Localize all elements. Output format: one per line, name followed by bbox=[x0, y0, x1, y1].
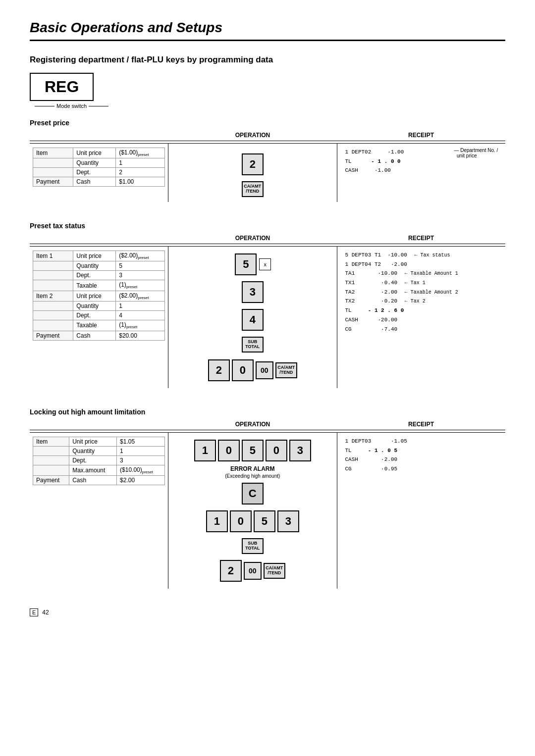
row-label: Item 2 bbox=[33, 291, 73, 301]
table-row: Item 2 Unit price ($2.00)preset bbox=[33, 291, 165, 301]
row-label bbox=[33, 280, 73, 291]
high-amount-header: OPERATION RECEIPT bbox=[30, 421, 505, 430]
row-label: Payment bbox=[33, 331, 73, 340]
row-col2: ($2.00)preset bbox=[116, 251, 165, 261]
key-ca-amt-2: CA/AMT/TEND bbox=[275, 362, 297, 378]
receipt-line: CASH ·20.00 bbox=[345, 315, 498, 325]
receipt-line: CASH ·2.00 bbox=[345, 455, 498, 464]
row-col1: Unit price bbox=[73, 148, 116, 158]
operation-label-2: OPERATION bbox=[168, 235, 337, 242]
preset-tax-operation: 5 x 3 4 SUBTOTAL 2 0 00 CA/AMT/TEND bbox=[168, 247, 337, 388]
row-col2: 5 bbox=[116, 261, 165, 271]
receipt-line: TL - 1 . 0 0 bbox=[345, 157, 404, 166]
row-label: Item bbox=[33, 437, 69, 447]
preset-tax-section: Preset tax status OPERATION RECEIPT Item… bbox=[30, 222, 505, 388]
preset-tax-items: Item 1 Unit price ($2.00)preset Quantity… bbox=[30, 247, 168, 388]
receipt-text-high-amount: 1 DEPT03 ·1.05 TL - 1 . 0 5 CASH ·2.00 C… bbox=[345, 437, 498, 474]
row-col1: Unit price bbox=[69, 437, 117, 447]
high-amount-content: Item Unit price $1.05 Quantity 1 Dept. 3 bbox=[30, 432, 505, 589]
key-3: 3 bbox=[242, 281, 264, 303]
receipt-label: RECEIPT bbox=[337, 132, 505, 139]
row-col1: Taxable bbox=[73, 320, 116, 331]
high-amount-receipt: 1 DEPT03 ·1.05 TL - 1 . 0 5 CASH ·2.00 C… bbox=[337, 433, 506, 589]
keys-row-ha-sub: SUBTOTAL bbox=[241, 537, 265, 555]
table-row: Dept. 4 bbox=[33, 311, 165, 320]
receipt-line: TA1 ·10.00 ← Taxable Amount 1 bbox=[345, 269, 498, 278]
preset-price-content: Item Unit price ($1.00)preset Quantity 1… bbox=[30, 143, 505, 202]
key-0: 0 bbox=[232, 359, 254, 381]
receipt-text-preset-price: 1 DEPT02 ·1.00 TL - 1 . 0 0 CASH ·1.00 bbox=[345, 148, 404, 175]
error-sub: (Exceeding high amount) bbox=[225, 473, 280, 479]
row-label bbox=[33, 261, 73, 271]
receipt-annotation-dept: — Department No. / unit price bbox=[454, 148, 498, 158]
section-title: Registering department / flat-PLU keys b… bbox=[30, 55, 505, 65]
page-number: 42 bbox=[42, 609, 49, 616]
row-col2: (1)preset bbox=[116, 280, 165, 291]
key-00: 00 bbox=[256, 361, 273, 379]
receipt-line: 1 DEPT03 ·1.05 bbox=[345, 437, 498, 446]
key-ha-00: 00 bbox=[244, 562, 262, 580]
row-col2: $20.00 bbox=[116, 331, 165, 340]
page-footer: E 42 bbox=[30, 608, 505, 616]
keys-row-sub: SUBTOTAL bbox=[241, 336, 265, 353]
keys-row-3: 4 bbox=[241, 308, 265, 332]
row-col1: Cash bbox=[73, 331, 116, 340]
row-label: Item 1 bbox=[33, 251, 73, 261]
table-row: Quantity 1 bbox=[33, 158, 165, 168]
high-amount-operation: 1 0 5 0 3 ERROR ALARM (Exceeding high am… bbox=[168, 433, 337, 589]
key-4: 4 bbox=[242, 309, 264, 331]
receipt-line: CG ·7.40 bbox=[345, 325, 498, 334]
item-table-high-amount: Item Unit price $1.05 Quantity 1 Dept. 3 bbox=[33, 437, 165, 485]
key-ha-5a: 5 bbox=[242, 440, 264, 461]
keys-row-ha-1: 1 0 5 0 3 bbox=[193, 439, 312, 462]
operation-label: OPERATION bbox=[168, 132, 337, 139]
table-row: Taxable (1)preset bbox=[33, 280, 165, 291]
row-label: Item bbox=[33, 148, 73, 158]
preset-price-receipt: 1 DEPT02 ·1.00 TL - 1 . 0 0 CASH ·1.00 —… bbox=[337, 144, 506, 202]
receipt-line: TA2 ·2.00 ← Taxable Amount 2 bbox=[345, 288, 498, 297]
preset-tax-receipt: 5 DEPT03 T1 ·10.00 ← Tax status 1 DEPT04… bbox=[337, 247, 506, 388]
key-ha-0c: 0 bbox=[230, 510, 252, 532]
table-row: Dept. 3 bbox=[33, 456, 165, 465]
mode-switch-label: Mode switch bbox=[35, 103, 505, 109]
receipt-line: 1 DEPT02 ·1.00 bbox=[345, 148, 404, 157]
receipt-label-3: RECEIPT bbox=[337, 421, 505, 428]
error-alarm: ERROR ALARM bbox=[230, 465, 275, 472]
key-subtotal-ha: SUBTOTAL bbox=[242, 538, 264, 554]
row-col2: 1 bbox=[116, 302, 165, 311]
key-ha-5b: 5 bbox=[254, 510, 275, 532]
row-col1: Unit price bbox=[73, 291, 116, 301]
row-col1: Dept. bbox=[73, 168, 116, 177]
row-col1: Max.amount bbox=[69, 465, 117, 476]
key-5: 5 bbox=[235, 253, 257, 275]
key-ha-0b: 0 bbox=[266, 440, 287, 461]
key-clear: C bbox=[242, 483, 264, 504]
row-label bbox=[33, 302, 73, 311]
table-row: Item 1 Unit price ($2.00)preset bbox=[33, 251, 165, 261]
row-col2: (1)preset bbox=[116, 320, 165, 331]
row-col1: Quantity bbox=[73, 261, 116, 271]
table-row: Quantity 5 bbox=[33, 261, 165, 271]
row-label bbox=[33, 311, 73, 320]
row-col1: Dept. bbox=[69, 456, 117, 465]
table-row: Dept. 2 bbox=[33, 168, 165, 177]
receipt-line: TX2 ·0.20 ← Tax 2 bbox=[345, 297, 498, 306]
row-col2: 3 bbox=[116, 271, 165, 280]
row-col2: $2.00 bbox=[117, 476, 165, 485]
receipt-line: 5 DEPT03 T1 ·10.00 ← Tax status bbox=[345, 251, 498, 260]
receipt-line: TL - 1 2 . 6 0 bbox=[345, 306, 498, 315]
preset-price-section: Preset price OPERATION RECEIPT Item Unit… bbox=[30, 119, 505, 202]
row-label bbox=[33, 456, 69, 465]
preset-tax-header: OPERATION RECEIPT bbox=[30, 235, 505, 244]
table-row: Item Unit price $1.05 bbox=[33, 437, 165, 447]
receipt-label-2: RECEIPT bbox=[337, 235, 505, 242]
page-letter: E bbox=[30, 608, 38, 616]
row-col2: ($1.00)preset bbox=[116, 148, 165, 158]
receipt-line: TX1 ·0.40 ← Tax 1 bbox=[345, 278, 498, 288]
table-row: Taxable (1)preset bbox=[33, 320, 165, 331]
row-col2: $1.00 bbox=[116, 177, 165, 187]
table-row: Quantity 1 bbox=[33, 447, 165, 456]
high-amount-section: Locking out high amount limitation OPERA… bbox=[30, 408, 505, 589]
preset-price-header: OPERATION RECEIPT bbox=[30, 132, 505, 141]
key-ha-0a: 0 bbox=[218, 440, 240, 461]
